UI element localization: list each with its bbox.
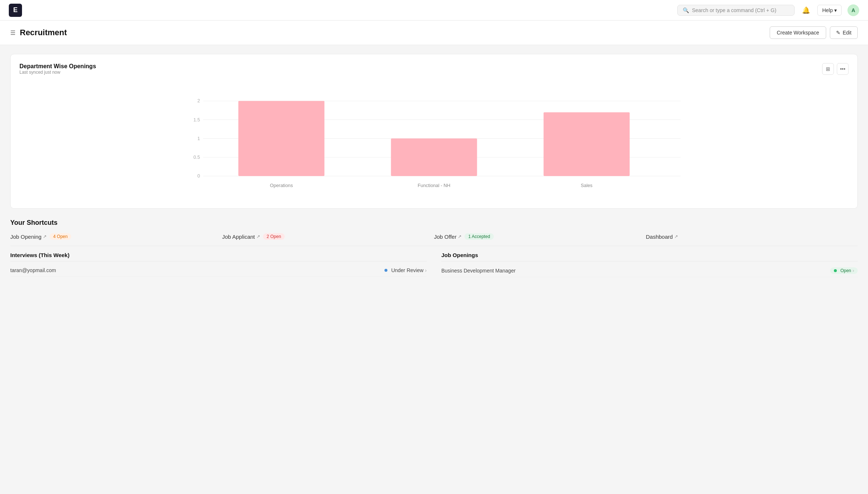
shortcuts-row: Job Opening ↗ 4 Open Job Applicant ↗ 2 O… <box>10 233 858 246</box>
svg-text:0: 0 <box>197 173 200 179</box>
chevron-right-icon-2: › <box>853 268 854 273</box>
shortcuts-title: Your Shortcuts <box>10 219 858 227</box>
job-offer-badge: 1 Accepted <box>464 233 493 240</box>
search-placeholder: Search or type a command (Ctrl + G) <box>692 7 776 13</box>
job-opening-badge: 4 Open <box>50 233 71 240</box>
job-applicant-badge: 2 Open <box>263 233 285 240</box>
chart-actions: ⊞ ••• <box>822 63 849 75</box>
svg-text:Sales: Sales <box>581 183 592 188</box>
job-offer-label: Job Offer <box>434 234 456 240</box>
shortcut-job-applicant: Job Applicant ↗ 2 Open <box>222 233 434 240</box>
create-workspace-button[interactable]: Create Workspace <box>770 26 826 39</box>
main-content: Department Wise Openings Last synced jus… <box>0 45 868 286</box>
edit-button[interactable]: ✎ Edit <box>830 26 858 39</box>
filter-button[interactable]: ⊞ <box>822 63 834 75</box>
job-offer-link[interactable]: Job Offer ↗ <box>434 234 462 240</box>
interview-email: taran@yopmail.com <box>10 267 56 273</box>
svg-rect-14 <box>544 112 630 176</box>
edit-icon: ✎ <box>836 30 840 36</box>
top-nav: E 🔍 Search or type a command (Ctrl + G) … <box>0 0 868 21</box>
interviews-title: Interviews (This Week) <box>10 252 427 261</box>
open-status-badge: Open › <box>830 267 858 274</box>
interview-status: Under Review › <box>384 267 427 273</box>
chevron-right-icon: › <box>425 267 427 273</box>
notifications-button[interactable]: 🔔 <box>800 5 812 16</box>
table-row[interactable]: Business Development Manager Open › <box>441 264 858 277</box>
chart-subtitle: Last synced just now <box>19 70 96 75</box>
chevron-down-icon: ▾ <box>834 7 837 13</box>
status-dot-blue <box>384 269 387 272</box>
svg-rect-12 <box>391 139 477 176</box>
job-applicant-label: Job Applicant <box>222 234 255 240</box>
page-header: ☰ Recruitment Create Workspace ✎ Edit <box>0 21 868 45</box>
interviews-col: Interviews (This Week) taran@yopmail.com… <box>10 252 427 277</box>
search-icon: 🔍 <box>683 7 689 13</box>
table-row[interactable]: taran@yopmail.com Under Review › <box>10 264 427 277</box>
help-label: Help <box>822 7 833 13</box>
more-options-button[interactable]: ••• <box>837 63 849 75</box>
chart-card: Department Wise Openings Last synced jus… <box>10 54 858 209</box>
shortcuts-section: Your Shortcuts Job Opening ↗ 4 Open Job … <box>10 219 858 277</box>
job-opening-label: Job Opening <box>10 234 41 240</box>
svg-text:1.5: 1.5 <box>193 117 200 122</box>
svg-text:2: 2 <box>197 98 200 103</box>
job-openings-title: Job Openings <box>441 252 858 261</box>
header-actions: Create Workspace ✎ Edit <box>770 26 858 39</box>
data-section: Interviews (This Week) taran@yopmail.com… <box>10 252 858 277</box>
svg-text:Functional - NH: Functional - NH <box>418 183 451 188</box>
help-button[interactable]: Help ▾ <box>817 5 842 16</box>
job-applicant-link[interactable]: Job Applicant ↗ <box>222 234 260 240</box>
dashboard-label: Dashboard <box>646 234 673 240</box>
svg-text:0.5: 0.5 <box>193 154 200 160</box>
arrow-icon: ↗ <box>43 234 47 239</box>
page-header-left: ☰ Recruitment <box>10 28 67 37</box>
arrow-icon-2: ↗ <box>256 234 260 239</box>
edit-label: Edit <box>843 30 851 36</box>
shortcut-dashboard: Dashboard ↗ <box>646 233 858 240</box>
shortcut-job-offer: Job Offer ↗ 1 Accepted <box>434 233 646 240</box>
page-title: Recruitment <box>20 28 67 37</box>
status-dot-green <box>834 269 837 272</box>
app-logo: E <box>9 4 22 17</box>
arrow-icon-3: ↗ <box>458 234 462 239</box>
menu-icon[interactable]: ☰ <box>10 29 15 36</box>
job-title: Business Development Manager <box>441 268 515 274</box>
job-openings-col: Job Openings Business Development Manage… <box>441 252 858 277</box>
arrow-icon-4: ↗ <box>674 234 678 239</box>
job-opening-link[interactable]: Job Opening ↗ <box>10 234 47 240</box>
svg-text:Operations: Operations <box>270 183 293 188</box>
shortcut-job-opening: Job Opening ↗ 4 Open <box>10 233 222 240</box>
avatar[interactable]: A <box>847 4 859 16</box>
chart-header: Department Wise Openings Last synced jus… <box>19 63 849 81</box>
svg-rect-10 <box>238 101 325 176</box>
chart-title: Department Wise Openings <box>19 63 96 70</box>
dashboard-link[interactable]: Dashboard ↗ <box>646 234 678 240</box>
bar-chart: 0 0.5 1 1.5 2 Operations Functional - NH… <box>19 82 849 200</box>
search-bar[interactable]: 🔍 Search or type a command (Ctrl + G) <box>677 5 795 16</box>
svg-text:1: 1 <box>197 136 200 141</box>
